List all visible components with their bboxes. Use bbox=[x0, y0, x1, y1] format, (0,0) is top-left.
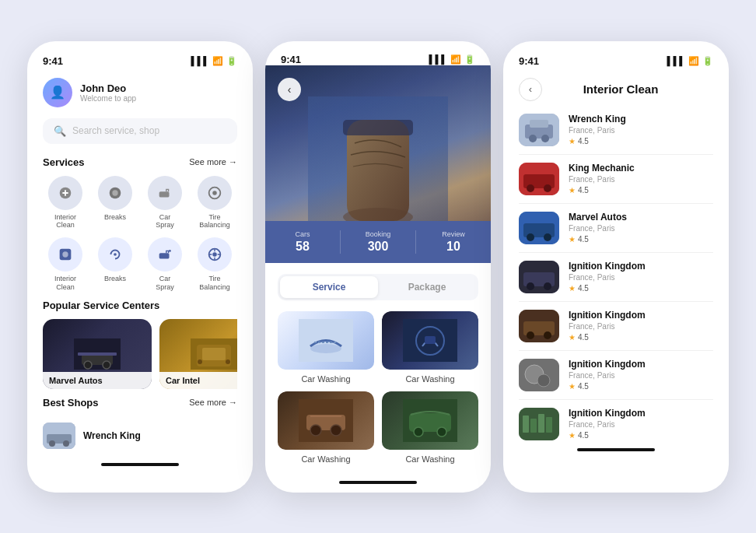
star-icon-5: ★ bbox=[569, 382, 576, 391]
phone-middle: 9:41 ▌▌▌ 📶 🔋 ‹ bbox=[265, 41, 491, 493]
status-bar-right: 9:41 ▌▌▌ 📶 🔋 bbox=[519, 55, 713, 67]
svg-point-56 bbox=[544, 233, 551, 241]
services-section-header: Services See more → bbox=[43, 156, 237, 168]
shop-list-item-1[interactable]: King Mechanic France, Paris ★ 4.5 bbox=[519, 163, 713, 204]
service-card-img-2 bbox=[382, 311, 478, 370]
service-icon-spray1 bbox=[148, 176, 182, 210]
stat-review-value: 10 bbox=[416, 240, 491, 254]
stat-booking: Booking 300 bbox=[341, 230, 416, 254]
service-item-interior2[interactable]: InteriorClean bbox=[43, 237, 88, 292]
shop-list-item-6[interactable]: Ignition Kingdom France, Paris ★ 4.5 bbox=[519, 408, 713, 448]
svg-point-47 bbox=[541, 135, 549, 142]
star-icon-2: ★ bbox=[569, 235, 576, 244]
stat-cars: Cars 58 bbox=[265, 230, 341, 254]
shop-loc-0: France, Paris bbox=[569, 126, 626, 135]
svg-point-26 bbox=[63, 440, 69, 447]
svg-point-59 bbox=[527, 282, 534, 290]
popular-card-carintel[interactable]: Car Intel bbox=[159, 319, 237, 389]
stats-bar: Cars 58 Booking 300 Review 10 bbox=[265, 221, 491, 263]
service-item-tire1[interactable]: TireBalancing bbox=[192, 176, 237, 230]
service-card-img-1 bbox=[278, 311, 374, 370]
popular-card-marvel[interactable]: Marvel Autos bbox=[43, 319, 152, 389]
shop-list-item-4[interactable]: Ignition Kingdom France, Paris ★ 4.5 bbox=[519, 310, 713, 351]
service-card-1[interactable]: Car Washing bbox=[278, 311, 374, 384]
stat-review: Review 10 bbox=[416, 230, 491, 254]
shop-list: Wrench King France, Paris ★ 4.5 King Mec… bbox=[519, 114, 713, 448]
svg-rect-71 bbox=[538, 414, 544, 433]
shop-loc-6: France, Paris bbox=[569, 420, 646, 429]
stat-booking-value: 300 bbox=[341, 240, 415, 254]
services-grid-row2: InteriorClean Breaks CarSpray TireBalanc… bbox=[43, 237, 237, 292]
shop-thumb-1 bbox=[519, 163, 559, 195]
service-item-breaks2[interactable]: Breaks bbox=[93, 237, 138, 292]
svg-point-63 bbox=[527, 331, 534, 339]
svg-point-42 bbox=[414, 427, 423, 437]
best-shops-section: Best Shops See more → Wrench King bbox=[43, 397, 237, 455]
shop-loc-4: France, Paris bbox=[569, 322, 646, 331]
service-card-4[interactable]: Car Washing bbox=[382, 391, 478, 464]
service-item-tire2[interactable]: TireBalancing bbox=[192, 237, 237, 292]
best-shops-see-more[interactable]: See more → bbox=[189, 398, 237, 407]
shop-thumb-4 bbox=[519, 310, 559, 342]
service-item-breaks1[interactable]: Breaks bbox=[93, 176, 138, 230]
back-button-right[interactable]: ‹ bbox=[519, 78, 542, 101]
stat-cars-label: Cars bbox=[265, 230, 340, 238]
hero-back-button[interactable]: ‹ bbox=[278, 78, 301, 101]
services-see-more[interactable]: See more → bbox=[189, 157, 237, 167]
status-icons-right: ▌▌▌ 📶 🔋 bbox=[667, 56, 713, 66]
service-label-tire1: TireBalancing bbox=[199, 213, 230, 230]
shop-info-4: Ignition Kingdom France, Paris ★ 4.5 bbox=[569, 310, 646, 342]
tabs-row: Service Package bbox=[278, 274, 478, 300]
shop-name-wrench: Wrench King bbox=[83, 430, 141, 441]
stars-6: ★ 4.5 bbox=[569, 431, 646, 440]
stars-0: ★ 4.5 bbox=[569, 137, 626, 146]
rating-1: 4.5 bbox=[578, 186, 589, 195]
best-shops-title: Best Shops bbox=[43, 397, 99, 409]
star-icon-3: ★ bbox=[569, 284, 576, 293]
shop-name-1: King Mechanic bbox=[569, 163, 635, 174]
tab-service[interactable]: Service bbox=[280, 276, 378, 298]
wifi-icon-right: 📶 bbox=[688, 56, 699, 66]
service-label-interior: InteriorClean bbox=[54, 213, 76, 230]
service-icon-interior2 bbox=[48, 237, 82, 272]
stars-1: ★ 4.5 bbox=[569, 186, 635, 195]
user-welcome: Welcome to app bbox=[80, 94, 136, 103]
shop-list-item-2[interactable]: Marvel Autos France, Paris ★ 4.5 bbox=[519, 212, 713, 253]
signal-icon-mid: ▌▌▌ bbox=[429, 54, 447, 64]
svg-point-32 bbox=[310, 344, 341, 353]
service-item-interior-clean[interactable]: InteriorClean bbox=[43, 176, 88, 230]
time-middle: 9:41 bbox=[281, 54, 301, 65]
service-card-2[interactable]: Car Washing bbox=[382, 311, 478, 384]
search-bar[interactable]: 🔍 Search service, shop bbox=[43, 118, 237, 144]
svg-point-55 bbox=[527, 233, 534, 241]
services-grid-row1: InteriorClean Breaks CarSpray TireBalanc… bbox=[43, 176, 237, 230]
svg-point-5 bbox=[212, 191, 217, 195]
service-icon-tire1 bbox=[198, 176, 232, 210]
shop-info-6: Ignition Kingdom France, Paris ★ 4.5 bbox=[569, 408, 646, 440]
popular-card-marvel-label: Marvel Autos bbox=[43, 372, 152, 389]
status-bar-left: 9:41 ▌▌▌ 📶 🔋 bbox=[43, 55, 237, 67]
svg-rect-3 bbox=[159, 191, 170, 197]
shop-list-item-0[interactable]: Wrench King France, Paris ★ 4.5 bbox=[519, 114, 713, 155]
best-shops-header: Best Shops See more → bbox=[43, 397, 237, 409]
shop-thumb-2 bbox=[519, 212, 559, 244]
shop-item-wrench[interactable]: Wrench King bbox=[43, 416, 237, 455]
shop-thumb-6 bbox=[519, 408, 559, 440]
service-item-car-spray1[interactable]: CarSpray bbox=[142, 176, 187, 230]
service-card-img-4 bbox=[382, 391, 478, 450]
phone-right: 9:41 ▌▌▌ 📶 🔋 ‹ Interior Clean Wrench Kin… bbox=[503, 41, 729, 493]
shop-thumb-5 bbox=[519, 359, 559, 391]
svg-rect-20 bbox=[202, 348, 226, 360]
search-icon: 🔍 bbox=[54, 125, 66, 137]
shop-list-item-3[interactable]: Ignition Kingdom France, Paris ★ 4.5 bbox=[519, 261, 713, 302]
svg-rect-48 bbox=[530, 120, 548, 128]
svg-rect-17 bbox=[78, 352, 117, 356]
popular-section: Popular Service Centers Marvel Autos Car… bbox=[43, 300, 237, 389]
svg-rect-9 bbox=[159, 253, 170, 258]
shop-list-item-5[interactable]: Ignition Kingdom France, Paris ★ 4.5 bbox=[519, 359, 713, 400]
service-card-3[interactable]: Car Washing bbox=[278, 391, 374, 464]
shop-name-5: Ignition Kingdom bbox=[569, 359, 646, 370]
service-item-spray2[interactable]: CarSpray bbox=[142, 237, 187, 292]
tab-package[interactable]: Package bbox=[378, 276, 476, 298]
status-icons-middle: ▌▌▌ 📶 🔋 bbox=[429, 54, 475, 65]
